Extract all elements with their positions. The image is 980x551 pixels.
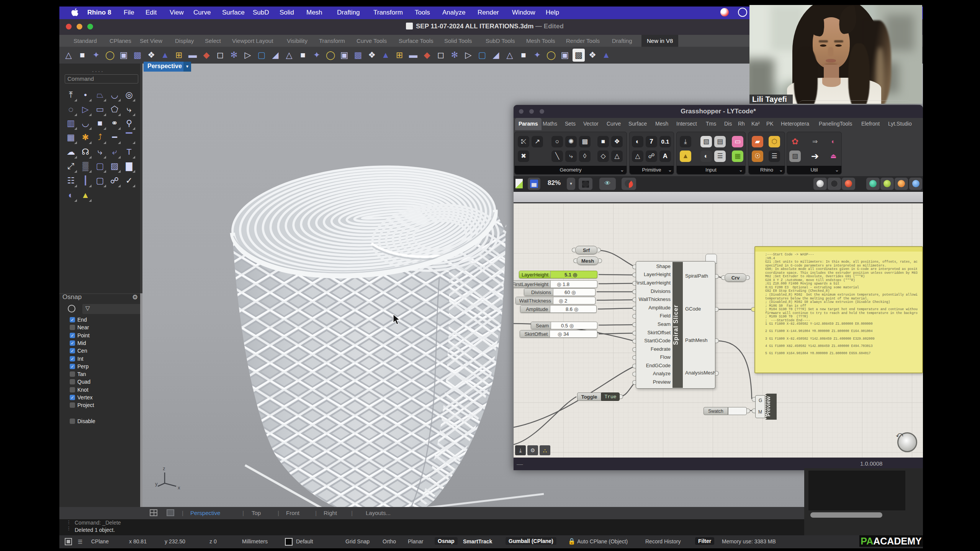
svg-text:y: y [155, 481, 158, 487]
svg-text:x: x [178, 485, 180, 491]
svg-text:z: z [163, 466, 165, 471]
